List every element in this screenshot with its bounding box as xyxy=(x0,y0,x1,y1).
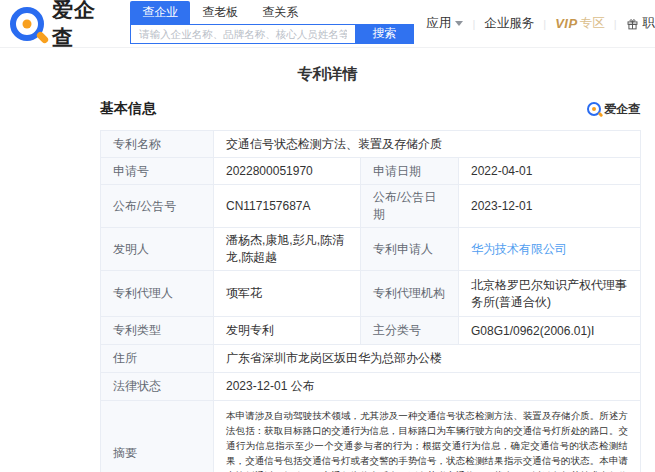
header-nav: 应用 | 企业服务 | VIP 专区 | 职 xyxy=(414,15,655,32)
search-input[interactable] xyxy=(131,25,355,43)
content-area: 基本信息 爱企查 专利名称 交通信号状态检测方法、装置及存储介质 申请号 202… xyxy=(100,100,640,472)
tab-search-boss[interactable]: 查老板 xyxy=(190,1,250,24)
patent-detail-page: 专利详情 基本信息 爱企查 专利名称 交通信号状态检测方法、装置及存储介质 申请… xyxy=(0,48,655,472)
search-button[interactable]: 搜索 xyxy=(355,25,413,43)
watermark-logo: 爱企查 xyxy=(587,101,640,118)
publication-no-label: 公布/公告号 xyxy=(101,185,214,228)
vip-label: VIP xyxy=(555,16,577,31)
table-row: 专利名称 交通信号状态检测方法、装置及存储介质 xyxy=(101,131,641,158)
patent-type-label: 专利类型 xyxy=(101,317,214,345)
table-row: 专利类型 发明专利 主分类号 G08G1/0962(2006.01)I xyxy=(101,317,641,345)
brand-logo[interactable]: 爱企查 xyxy=(10,0,108,52)
watermark-q-icon xyxy=(587,102,601,116)
table-row: 专利代理人 项军花 专利代理机构 北京格罗巴尔知识产权代理事务所(普通合伙) xyxy=(101,271,641,317)
table-row: 住所 广东省深圳市龙岗区坂田华为总部办公楼 xyxy=(101,345,641,373)
nav-jobs-clipped[interactable]: 职 xyxy=(626,15,655,32)
search-block: 查企业 查老板 查关系 搜索 xyxy=(130,4,414,44)
table-row: 公布/公告号 CN117157687A 公布/公告日期 2023-12-01 xyxy=(101,185,641,228)
nav-divider: | xyxy=(472,18,475,30)
nav-enterprise-services[interactable]: 企业服务 xyxy=(484,15,534,32)
applicant-label: 专利申请人 xyxy=(361,228,459,271)
application-date-value: 2022-04-01 xyxy=(459,158,641,185)
application-no-label: 申请号 xyxy=(101,158,214,185)
agent-value: 项军花 xyxy=(214,271,361,317)
nav-apps-label: 应用 xyxy=(426,15,451,32)
agency-label: 专利代理机构 xyxy=(361,271,459,317)
abstract-label: 摘要 xyxy=(101,401,214,472)
patent-name-value: 交通信号状态检测方法、装置及存储介质 xyxy=(214,131,641,158)
nav-apps[interactable]: 应用 xyxy=(426,15,463,32)
applicant-cell: 华为技术有限公司 xyxy=(459,228,641,271)
nav-vip-zone[interactable]: VIP 专区 xyxy=(555,15,604,32)
abstract-value: 本申请涉及自动驾驶技术领域，尤其涉及一种交通信号状态检测方法、装置及存储介质。所… xyxy=(214,401,641,472)
search-bar: 搜索 xyxy=(130,24,414,44)
section-header: 基本信息 爱企查 xyxy=(100,100,640,118)
agent-label: 专利代理人 xyxy=(101,271,214,317)
legal-status-value: 2023-12-01 公布 xyxy=(214,373,641,401)
table-row: 申请号 2022800051970 申请日期 2022-04-01 xyxy=(101,158,641,185)
section-title: 基本信息 xyxy=(100,100,156,118)
patent-name-label: 专利名称 xyxy=(101,131,214,158)
nav-divider: | xyxy=(614,18,617,30)
tab-search-company[interactable]: 查企业 xyxy=(130,1,190,24)
address-label: 住所 xyxy=(101,345,214,373)
nav-jobs-label: 职 xyxy=(643,15,655,32)
table-row: 摘要 本申请涉及自动驾驶技术领域，尤其涉及一种交通信号状态检测方法、装置及存储介… xyxy=(101,401,641,472)
patent-type-value: 发明专利 xyxy=(214,317,361,345)
inventors-label: 发明人 xyxy=(101,228,214,271)
top-header: 爱企查 查企业 查老板 查关系 搜索 应用 | 企业服务 | VIP 专区 | xyxy=(0,0,655,48)
tab-search-relation[interactable]: 查关系 xyxy=(250,1,310,24)
nav-divider: | xyxy=(543,18,546,30)
table-row: 法律状态 2023-12-01 公布 xyxy=(101,373,641,401)
address-value: 广东省深圳市龙岗区坂田华为总部办公楼 xyxy=(214,345,641,373)
applicant-company-link[interactable]: 华为技术有限公司 xyxy=(471,242,567,256)
brand-name: 爱企查 xyxy=(52,0,108,52)
agency-value: 北京格罗巴尔知识产权代理事务所(普通合伙) xyxy=(459,271,641,317)
patent-info-table: 专利名称 交通信号状态检测方法、装置及存储介质 申请号 202280005197… xyxy=(100,130,641,472)
legal-status-label: 法律状态 xyxy=(101,373,214,401)
application-no-value: 2022800051970 xyxy=(214,158,361,185)
publication-date-value: 2023-12-01 xyxy=(459,185,641,228)
application-date-label: 申请日期 xyxy=(361,158,459,185)
publication-no-value: CN117157687A xyxy=(214,185,361,228)
table-row: 发明人 潘杨杰,康旭,彭凡,陈清龙,陈超越 专利申请人 华为技术有限公司 xyxy=(101,228,641,271)
watermark-brand-name: 爱企查 xyxy=(604,101,640,118)
page-title: 专利详情 xyxy=(0,65,655,84)
vip-zone-label: 专区 xyxy=(580,15,605,32)
main-class-value: G08G1/0962(2006.01)I xyxy=(459,317,641,345)
chevron-down-icon xyxy=(455,21,463,26)
inventors-value: 潘杨杰,康旭,彭凡,陈清龙,陈超越 xyxy=(214,228,361,271)
gift-icon xyxy=(626,18,639,31)
search-tabs: 查企业 查老板 查关系 xyxy=(130,4,414,24)
publication-date-label: 公布/公告日期 xyxy=(361,185,459,228)
brand-q-icon xyxy=(10,7,44,41)
main-class-label: 主分类号 xyxy=(361,317,459,345)
